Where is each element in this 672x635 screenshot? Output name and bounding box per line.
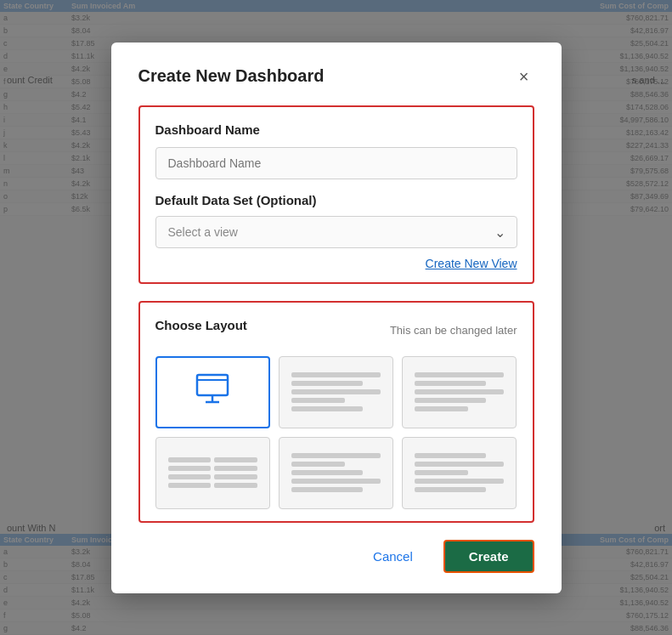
line (291, 406, 363, 411)
layout-grid (155, 356, 517, 509)
dashboard-name-label: Dashboard Name (155, 122, 517, 137)
line (291, 381, 363, 386)
layout-header: Choose Layout This can be changed later (155, 318, 517, 343)
line (415, 479, 504, 484)
line (291, 389, 381, 394)
line (415, 462, 504, 467)
layout-card-lines-2[interactable] (402, 356, 517, 428)
select-view-wrapper: Select a view ⌄ (155, 216, 517, 248)
modal-header: Create New Dashboard × (138, 66, 534, 87)
line (168, 483, 212, 488)
modal-overlay: Create New Dashboard × Dashboard Name De… (0, 0, 672, 635)
create-dashboard-modal: Create New Dashboard × Dashboard Name De… (111, 43, 562, 593)
line (415, 381, 486, 386)
line (291, 398, 345, 403)
layout-lines-4 (409, 453, 509, 492)
default-dataset-label: Default Data Set (Optional) (155, 193, 517, 207)
line (214, 474, 257, 479)
line (415, 389, 504, 394)
layout-change-note: This can be changed later (390, 324, 517, 337)
choose-layout-label: Choose Layout (155, 318, 247, 332)
create-new-view-link[interactable]: Create New View (155, 257, 517, 270)
line (291, 372, 381, 377)
two-col-lines-1 (163, 457, 263, 488)
layout-lines-1 (286, 372, 386, 411)
line (415, 487, 486, 492)
line (291, 462, 345, 467)
layout-lines-2 (409, 372, 509, 411)
choose-layout-section: Choose Layout This can be changed later (138, 301, 534, 523)
line (291, 479, 381, 484)
svg-rect-0 (197, 375, 228, 395)
modal-title: Create New Dashboard (138, 66, 325, 86)
line (291, 453, 381, 458)
create-button[interactable]: Create (443, 540, 534, 573)
line (214, 466, 257, 471)
line (291, 470, 363, 475)
layout-lines-3 (286, 453, 386, 492)
modal-footer: Cancel Create (138, 540, 534, 573)
layout-card-lines-4[interactable] (402, 437, 517, 509)
dashboard-name-input[interactable] (155, 147, 517, 179)
line (168, 474, 212, 479)
layout-card-two-col-1[interactable] (155, 437, 270, 509)
layout-card-lines-1[interactable] (279, 356, 393, 428)
line (214, 483, 257, 488)
layout-card-presentation[interactable] (155, 356, 270, 428)
line (291, 487, 363, 492)
close-button[interactable]: × (514, 66, 534, 87)
line (168, 466, 212, 471)
line (168, 457, 212, 462)
presentation-icon (194, 370, 231, 415)
line (415, 406, 468, 411)
cancel-button[interactable]: Cancel (359, 542, 426, 570)
line (415, 470, 468, 475)
line (415, 398, 486, 403)
line (214, 457, 257, 462)
select-view-dropdown[interactable]: Select a view (155, 216, 517, 248)
line (415, 453, 486, 458)
line (415, 372, 504, 377)
dashboard-name-section: Dashboard Name Default Data Set (Optiona… (138, 105, 534, 284)
layout-card-lines-3[interactable] (279, 437, 393, 509)
